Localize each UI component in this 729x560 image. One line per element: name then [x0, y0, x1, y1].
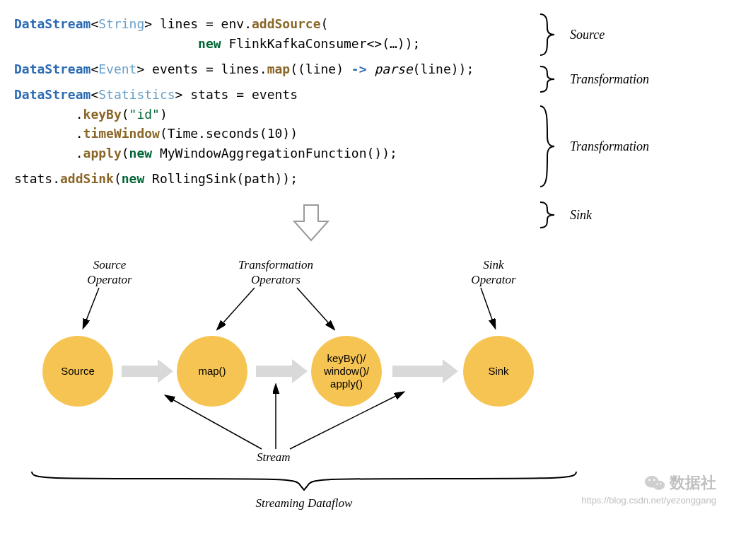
node-source: Source: [42, 336, 113, 407]
token-generic: Event: [98, 62, 136, 76]
brace-icon: [537, 105, 557, 188]
token-generic: String: [98, 16, 144, 31]
brace-icon: [537, 13, 557, 57]
brace-label-transformation-1: Transformation: [570, 72, 649, 87]
svg-line-1: [218, 288, 255, 329]
svg-point-10: [653, 479, 655, 482]
token-method: map: [267, 62, 291, 76]
token-generic: Statistics: [98, 87, 175, 102]
token-method: addSource: [252, 16, 321, 31]
svg-line-0: [83, 288, 99, 327]
svg-point-8: [653, 481, 665, 490]
watermark-url: https://blog.csdn.net/yezonggang: [581, 495, 716, 506]
dataflow-diagram: SourceOperator TransformationOperators S…: [7, 258, 601, 513]
token-method: keyBy: [83, 107, 122, 122]
svg-point-12: [660, 484, 661, 485]
svg-point-11: [656, 484, 658, 485]
label-streaming-dataflow: Streaming Dataflow: [28, 496, 580, 511]
token-call: parse: [374, 62, 412, 76]
token-method: addSink: [60, 171, 114, 186]
token-arrow: ->: [351, 62, 367, 76]
flow-arrow: [256, 366, 295, 377]
token-string: "id": [129, 107, 160, 122]
code-line-1: DataStream<String> lines = env.addSource…: [14, 14, 715, 59]
brace-label-sink: Sink: [570, 208, 592, 223]
token-new: new: [129, 146, 153, 161]
flow-arrow: [122, 366, 161, 377]
node-sink: Sink: [463, 336, 534, 407]
watermark: 数据社 https://blog.csdn.net/yezonggang: [581, 472, 716, 506]
node-keyby: keyBy()/window()/apply(): [311, 336, 382, 407]
watermark-brand: 数据社: [670, 472, 716, 494]
svg-point-9: [648, 479, 651, 482]
token-method: apply: [83, 146, 122, 161]
brace-icon: [537, 65, 557, 93]
token-type: DataStream: [14, 62, 91, 76]
wechat-icon: [644, 474, 665, 492]
brace-icon: [537, 201, 557, 229]
svg-line-2: [297, 288, 334, 329]
flow-arrow: [392, 366, 445, 377]
token-method: timeWindow: [83, 126, 160, 141]
node-map: map(): [177, 336, 247, 407]
token-type: DataStream: [14, 16, 91, 31]
brace-label-source: Source: [570, 28, 605, 42]
token-new: new: [122, 171, 145, 186]
down-arrow: [14, 202, 608, 247]
down-arrow-icon: [290, 202, 332, 244]
code-area: DataStream<String> lines = env.addSource…: [14, 14, 715, 194]
token-type: DataStream: [14, 87, 91, 102]
underbrace-icon: [28, 470, 580, 491]
brace-label-transformation-2: Transformation: [570, 139, 649, 154]
svg-line-3: [481, 288, 495, 327]
token-new: new: [198, 36, 221, 51]
label-stream: Stream: [257, 450, 291, 465]
